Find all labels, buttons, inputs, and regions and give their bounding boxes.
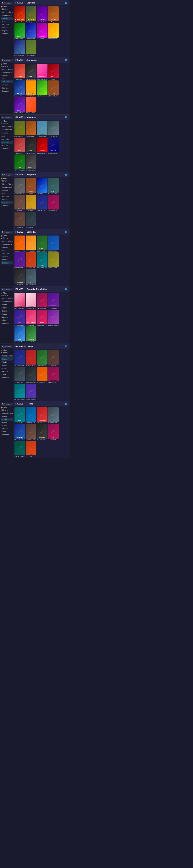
- sidebar-item-biografia[interactable]: Biografia: [1, 201, 13, 204]
- sidebar-item--ltimos-adicion---[interactable]: Últimos Adicion...: [1, 183, 13, 186]
- movie-card[interactable]: HTV LOGAN LUCKY LOGAN LUCKY: [37, 236, 48, 252]
- sidebar-item-biografia[interactable]: Biografia: [1, 86, 13, 90]
- movie-card[interactable]: HTV NICK Nosso Es Mand...: [15, 327, 25, 343]
- movie-card[interactable]: HTV ZOLA ROLAR Deixa Rolar: [26, 310, 36, 326]
- movie-card[interactable]: HTV País bêbados: [26, 40, 36, 56]
- movie-card[interactable]: HTV GUERRA MUND...: [48, 407, 59, 424]
- movie-card[interactable]: HTV FAHRENHEIT FAHRENHEIT 45...: [48, 367, 59, 383]
- movie-card[interactable]: HTV TONI TONI ERDMANN: [37, 252, 48, 269]
- movie-card[interactable]: HTV FAHRENHEIT FAHRENHEIT 45...: [15, 424, 25, 440]
- movie-card[interactable]: HTV 007 007: O Amanhã...: [15, 155, 25, 171]
- sidebar-item-anima--o[interactable]: Animação: [1, 137, 13, 141]
- sidebar-item-guerra[interactable]: Guerra: [1, 421, 13, 424]
- movie-card[interactable]: HTV HUSH Batman – Silên...: [15, 441, 25, 457]
- genre-item[interactable]: ≡ Gênero: [1, 237, 13, 239]
- movie-card[interactable]: HTV RUNAWAY RIDE Nova em Fuga: [15, 6, 25, 23]
- search-box[interactable]: 🔍 Procurar: [1, 174, 13, 177]
- sidebar-item-aventura[interactable]: Aventura: [1, 198, 13, 201]
- movie-card[interactable]: HTV BATMAN Batman: Gotham...: [26, 64, 36, 80]
- movie-card[interactable]: HTV LUTANDO PELA...: [37, 178, 48, 194]
- movie-card[interactable]: HTV EVERESTE Evereste: [15, 195, 25, 211]
- sidebar-item-nacional[interactable]: Nacional: [1, 370, 13, 373]
- monitor-icon-legenda[interactable]: 🖥: [65, 1, 67, 4]
- movie-card[interactable]: HTV MARY MAX MARY & MAX -...: [26, 81, 36, 97]
- movie-card[interactable]: HTV CARS 3 CARROS 3: [15, 64, 25, 80]
- genre-item[interactable]: ≡ Gênero: [1, 8, 13, 10]
- movie-card[interactable]: HTV MÃO MXE EST...: [26, 407, 36, 424]
- sidebar-item-nacional[interactable]: Nacional: [1, 427, 13, 430]
- sidebar-item--ltimos-adicion---[interactable]: Últimos Adicion...: [1, 10, 13, 14]
- sidebar-item-anima--o[interactable]: Animação: [1, 252, 13, 255]
- sidebar-item--ltimos-adicion---[interactable]: Últimos Adicion...: [1, 297, 13, 300]
- movie-card[interactable]: HTV 007 007: Contra o S...: [15, 40, 25, 56]
- movie-card[interactable]: HTV Garotos Incrível...: [37, 293, 48, 309]
- filter-item[interactable]: ⚡ Filter: [1, 178, 13, 179]
- search-box[interactable]: 🔍 Procurar: [1, 403, 13, 406]
- monitor-icon-biografia[interactable]: 🖥: [65, 173, 67, 176]
- filter-item[interactable]: ⚡ Filter: [1, 120, 13, 122]
- sidebar-item-musical[interactable]: Musical: [1, 424, 13, 427]
- search-box[interactable]: 🔍 Procurar: [1, 116, 13, 119]
- sidebar-item-musical[interactable]: Musical: [1, 312, 13, 316]
- sidebar-item-com-dia-rom-n---[interactable]: Comédia Román...: [1, 412, 13, 415]
- genre-item[interactable]: ≡ Gênero: [1, 409, 13, 411]
- sidebar-item-com-dia[interactable]: Comédia: [1, 147, 13, 150]
- movie-card[interactable]: HTV ANJO O ANJO: [15, 407, 25, 424]
- movie-card[interactable]: HTV LUTANDO PELA...: [48, 350, 59, 366]
- movie-card[interactable]: HTV GLORIA BELL GLORIA BELL: [48, 293, 59, 309]
- sidebar-item-legenda[interactable]: Legenda: [1, 246, 13, 249]
- movie-card[interactable]: HTV PATERNO PATERNO: [26, 195, 36, 211]
- sidebar-item-crime[interactable]: Crime: [1, 373, 13, 376]
- movie-card[interactable]: HTV JANE JANE PROCUR...: [15, 310, 25, 326]
- sidebar-item-crime[interactable]: Crime: [1, 430, 13, 433]
- movie-card[interactable]: HTV YAMASONG Yamasong: Ma...: [48, 23, 59, 39]
- monitor-icon-animacao[interactable]: 🖥: [65, 58, 67, 62]
- movie-card[interactable]: HTV HOMENS DE O...: [37, 367, 48, 383]
- sidebar-item-biografia[interactable]: Biografia: [1, 258, 13, 261]
- movie-card[interactable]: HTV O OUTRO LADO...: [37, 195, 48, 211]
- sidebar-item--ltimos-adicion---[interactable]: Últimos Adicion...: [1, 240, 13, 243]
- sidebar-item-a--o[interactable]: Ação: [1, 20, 13, 23]
- movie-card[interactable]: HTV ENTRE O CÉU E...: [26, 384, 36, 400]
- movie-card[interactable]: HTV CAÇADOS: [48, 121, 59, 137]
- movie-card[interactable]: HTV ANDRON ANDRON: LABIР...: [37, 138, 48, 154]
- sidebar-item-romance[interactable]: Romance: [1, 322, 13, 325]
- movie-card[interactable]: HTV CONAN CONAN, O BÁRI...: [37, 121, 48, 137]
- movie-card[interactable]: HTV LOJAN LUCKY: [15, 367, 25, 383]
- sidebar-item-a--o[interactable]: Ação: [1, 134, 13, 137]
- sidebar-item-legenda[interactable]: Legenda: [1, 17, 13, 20]
- monitor-icon-comedia-romantica[interactable]: 🖥: [65, 288, 67, 291]
- movie-card[interactable]: HTV Miss Arizona: [26, 23, 36, 39]
- sidebar-item-com-dia[interactable]: Comédia: [1, 204, 13, 207]
- sidebar-item-anima--o[interactable]: Animação: [1, 195, 13, 198]
- movie-card[interactable]: HTV Quarteto Amigo...: [48, 310, 59, 326]
- movie-card[interactable]: HTV TIME BREAK Loucura do Terr...: [26, 327, 36, 343]
- sidebar-item-a--o[interactable]: Ação: [1, 192, 13, 195]
- sidebar-item-romance[interactable]: Romance: [1, 376, 13, 379]
- movie-card[interactable]: HTV ANJO ANJO: [26, 178, 36, 194]
- movie-card[interactable]: HTV 400 400 Dias: [48, 424, 59, 440]
- movie-card[interactable]: HTV ERA UMA VEZ E...: [26, 252, 36, 269]
- movie-card[interactable]: HTV MULAN 2 Mulan 2: A Lend...: [15, 97, 25, 114]
- movie-card[interactable]: HTV BATMAN Batman - Silênc...: [15, 81, 25, 97]
- search-box[interactable]: 🔍 Procurar: [1, 288, 13, 291]
- movie-card[interactable]: HTV ALL EYEZ ALL EYEZ ON M...: [48, 178, 59, 194]
- monitor-icon-ficcao[interactable]: 🖥: [65, 402, 67, 405]
- search-box[interactable]: 🔍 Procurar: [1, 231, 13, 234]
- sidebar-item-com-dia[interactable]: Comédia: [1, 90, 13, 93]
- sidebar-item-musical[interactable]: Musical: [1, 367, 13, 370]
- filter-item[interactable]: ⚡ Filter: [1, 235, 13, 237]
- movie-card[interactable]: HTV CARS CARROS 3: [15, 138, 25, 154]
- sidebar-item-fic--o[interactable]: Ficção: [1, 361, 13, 364]
- filter-item[interactable]: ⚡ Filter: [1, 292, 13, 294]
- monitor-icon-comedia[interactable]: 🖥: [65, 230, 67, 234]
- movie-card[interactable]: HTV O LENHADOR: [15, 350, 25, 366]
- sidebar-item-lan-amentos[interactable]: Lançamentos: [1, 186, 13, 189]
- movie-card[interactable]: HTV MAD MAX Mad Max 3: Aléo...: [48, 138, 59, 154]
- movie-card[interactable]: HTV TRESOR Family Heist: [37, 6, 48, 23]
- search-box[interactable]: 🔍 Procurar: [1, 345, 13, 348]
- movie-card[interactable]: HTV O HOMEM DE A...: [15, 121, 25, 137]
- sidebar-item--ltimos-adicion---[interactable]: Últimos Adicion...: [1, 68, 13, 71]
- movie-card[interactable]: HTV MULAN Mulan: [48, 64, 59, 80]
- search-box[interactable]: 🔍 Procurar: [1, 2, 13, 5]
